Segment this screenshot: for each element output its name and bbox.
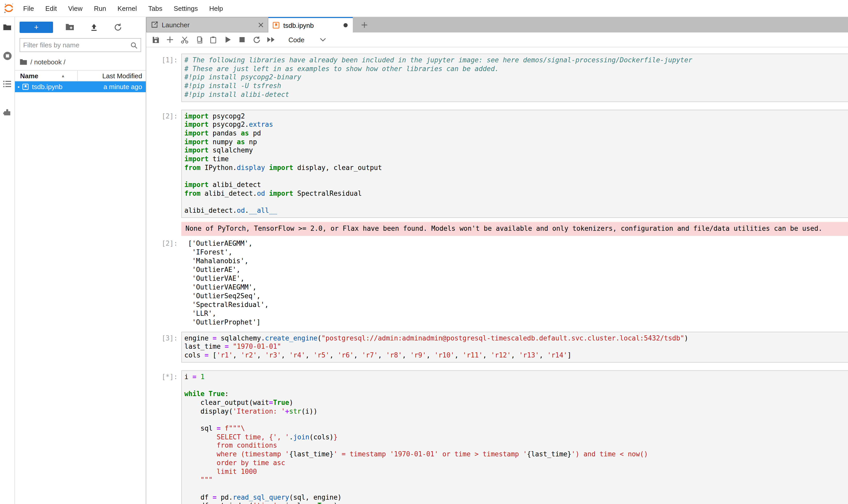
home-folder-icon[interactable] bbox=[20, 59, 27, 66]
dock-panel: Launcher tsdb.ipynb bbox=[146, 17, 848, 504]
filter-files-box bbox=[20, 38, 141, 52]
restart-kernel-button[interactable] bbox=[249, 34, 264, 46]
chevron-down-icon bbox=[320, 38, 326, 42]
notebook-icon bbox=[22, 84, 29, 90]
file-row[interactable]: ●tsdb.ipynba minute ago bbox=[15, 82, 146, 92]
file-list: ●tsdb.ipynba minute ago bbox=[15, 82, 146, 92]
menu-file[interactable]: File bbox=[18, 4, 40, 12]
stop-button[interactable] bbox=[235, 34, 249, 46]
input-prompt: [2]: bbox=[146, 109, 181, 218]
cell-editor[interactable]: import psycopg2import psycopg2.extrasimp… bbox=[181, 109, 848, 218]
cell-type-dropdown[interactable]: Code bbox=[288, 36, 326, 43]
file-list-header: Name ▲ Last Modified bbox=[15, 70, 146, 82]
cell-editor[interactable]: engine = sqlalchemy.create_engine("postg… bbox=[181, 331, 848, 362]
upload-icon[interactable] bbox=[86, 22, 102, 32]
notebook-scroll-area[interactable]: [1]:# The following libraries have alrea… bbox=[146, 48, 848, 504]
cell-editor[interactable]: # The following libraries have already b… bbox=[181, 54, 848, 102]
menu-run[interactable]: Run bbox=[88, 4, 112, 12]
table-of-contents-icon[interactable] bbox=[2, 79, 12, 89]
tab-label: Launcher bbox=[162, 21, 254, 29]
stderr-text: None of PyTorch, TensorFlow >= 2.0, or F… bbox=[181, 222, 848, 236]
file-modified: a minute ago bbox=[104, 83, 146, 91]
input-prompt: [3]: bbox=[146, 331, 181, 362]
sort-ascending-icon: ▲ bbox=[61, 73, 65, 78]
copy-cells-button[interactable] bbox=[192, 34, 206, 46]
launcher-icon bbox=[151, 21, 158, 28]
jupyter-logo bbox=[0, 3, 18, 14]
file-browser-toolbar: + bbox=[15, 17, 146, 34]
tab-launcher[interactable]: Launcher bbox=[146, 17, 268, 33]
file-browser-icon[interactable] bbox=[2, 22, 12, 33]
restart-run-all-button[interactable] bbox=[264, 34, 278, 46]
unsaved-changes-indicator[interactable] bbox=[344, 23, 348, 27]
code-cell[interactable]: [1]:# The following libraries have alrea… bbox=[146, 54, 848, 102]
save-button[interactable] bbox=[148, 34, 163, 46]
cell-type-value: Code bbox=[288, 36, 304, 43]
code-cell[interactable]: [3]:engine = sqlalchemy.create_engine("p… bbox=[146, 331, 848, 362]
extension-manager-icon[interactable] bbox=[2, 107, 12, 118]
new-tab-button[interactable] bbox=[357, 17, 371, 33]
kernel-running-indicator: ● bbox=[15, 82, 22, 92]
refresh-icon[interactable] bbox=[110, 22, 126, 32]
menu-kernel[interactable]: Kernel bbox=[112, 4, 142, 12]
cut-cells-button[interactable] bbox=[177, 34, 192, 46]
execute-result: [2]:['OutlierAEGMM', 'IForest', 'Mahalan… bbox=[146, 238, 848, 326]
output-prompt-empty bbox=[146, 222, 181, 236]
notebook-icon bbox=[272, 22, 279, 29]
new-launcher-button[interactable]: + bbox=[20, 21, 53, 33]
code-cell[interactable]: [2]:import psycopg2import psycopg2.extra… bbox=[146, 109, 848, 218]
menu-view[interactable]: View bbox=[62, 4, 88, 12]
code-cell[interactable]: [*]:i = 1 while True: clear_output(wait=… bbox=[146, 370, 848, 504]
output-prompt: [2]: bbox=[146, 238, 181, 326]
search-icon bbox=[130, 41, 138, 49]
menu-bar: File Edit View Run Kernel Tabs Settings … bbox=[0, 0, 848, 17]
column-last-modified[interactable]: Last Modified bbox=[78, 72, 146, 79]
breadcrumb-path: / notebook / bbox=[30, 58, 66, 66]
menu-edit[interactable]: Edit bbox=[40, 4, 62, 12]
notebook-cells: [1]:# The following libraries have alrea… bbox=[146, 54, 848, 504]
menu-settings[interactable]: Settings bbox=[168, 4, 203, 12]
file-browser-panel: + / notebook / bbox=[15, 17, 146, 504]
input-prompt: [*]: bbox=[146, 370, 181, 504]
new-folder-icon[interactable] bbox=[62, 22, 77, 32]
run-button[interactable] bbox=[220, 34, 235, 46]
tab-tsdb-notebook[interactable]: tsdb.ipynb bbox=[268, 17, 353, 33]
paste-cells-button[interactable] bbox=[206, 34, 220, 46]
input-prompt: [1]: bbox=[146, 54, 181, 102]
tab-bar: Launcher tsdb.ipynb bbox=[146, 17, 848, 33]
file-name: tsdb.ipynb bbox=[32, 83, 104, 91]
close-icon[interactable] bbox=[258, 22, 264, 28]
tab-label: tsdb.ipynb bbox=[283, 21, 340, 29]
breadcrumb[interactable]: / notebook / bbox=[15, 52, 146, 70]
running-sessions-icon[interactable] bbox=[2, 51, 12, 61]
output-text: ['OutlierAEGMM', 'IForest', 'Mahalanobis… bbox=[181, 238, 848, 326]
stderr-output: None of PyTorch, TensorFlow >= 2.0, or F… bbox=[146, 222, 848, 236]
menu-help[interactable]: Help bbox=[203, 4, 229, 12]
column-name[interactable]: Name bbox=[15, 72, 38, 79]
add-cell-button[interactable] bbox=[163, 34, 177, 46]
sidebar-icon-strip bbox=[0, 17, 15, 504]
notebook-toolbar: Code bbox=[146, 33, 848, 48]
menu-tabs[interactable]: Tabs bbox=[143, 4, 168, 12]
jupyterlab-window: File Edit View Run Kernel Tabs Settings … bbox=[0, 0, 848, 504]
filter-files-input[interactable] bbox=[20, 41, 130, 49]
cell-editor[interactable]: i = 1 while True: clear_output(wait=True… bbox=[181, 370, 848, 504]
